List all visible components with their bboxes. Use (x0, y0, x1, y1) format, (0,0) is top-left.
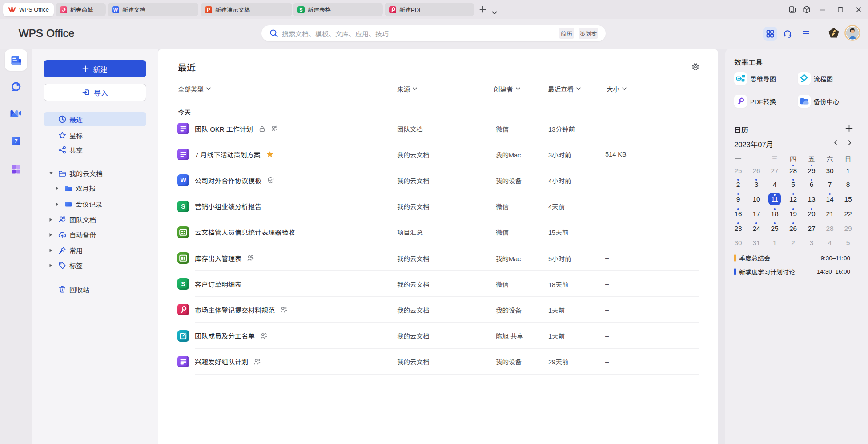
svg-text:7: 7 (14, 138, 17, 145)
